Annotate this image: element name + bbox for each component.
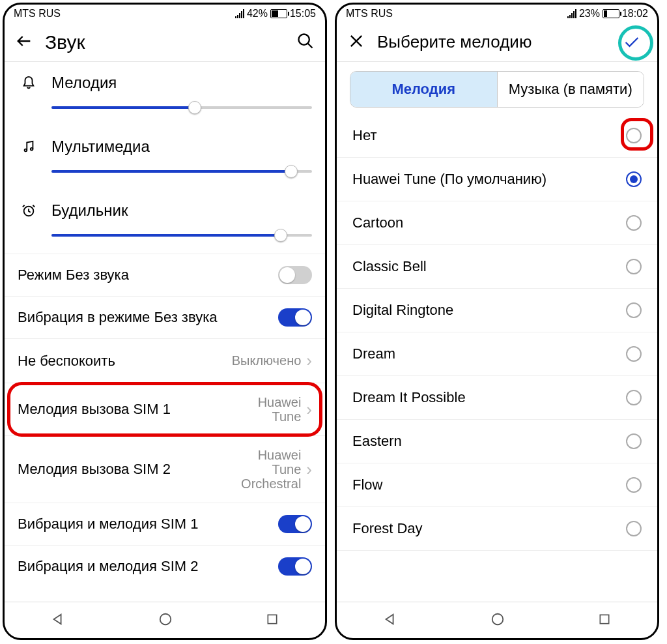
ringtone-row[interactable]: Dream It Possible bbox=[337, 376, 657, 420]
radio[interactable] bbox=[626, 521, 642, 536]
header: Звук bbox=[5, 23, 325, 62]
signal-icon bbox=[235, 9, 244, 18]
ringtone-row[interactable]: Digital Ringtone bbox=[337, 289, 657, 332]
nav-recent[interactable] bbox=[598, 613, 611, 628]
volume-label: Мелодия bbox=[51, 74, 117, 92]
row-label: Режим Без звука bbox=[18, 267, 278, 284]
row-label: Вибрация в режиме Без звука bbox=[18, 309, 278, 326]
radio[interactable] bbox=[626, 128, 642, 143]
setting-row[interactable]: Вибрация и мелодия SIM 1 bbox=[5, 503, 325, 545]
row-label: Не беспокоить bbox=[18, 353, 232, 370]
nav-back[interactable] bbox=[51, 612, 65, 629]
battery-pct: 23% bbox=[579, 8, 600, 20]
battery-icon bbox=[603, 9, 619, 18]
close-icon bbox=[347, 32, 365, 50]
svg-rect-5 bbox=[268, 615, 276, 623]
search-icon bbox=[296, 32, 315, 50]
radio[interactable] bbox=[626, 259, 642, 274]
row-label: Вибрация и мелодия SIM 2 bbox=[18, 558, 278, 575]
back-button[interactable] bbox=[15, 32, 33, 53]
signal-icon bbox=[567, 9, 576, 18]
toggle[interactable] bbox=[278, 557, 312, 576]
row-value: HuaweiTune bbox=[258, 395, 302, 424]
svg-point-4 bbox=[160, 613, 171, 624]
setting-row[interactable]: Мелодия вызова SIM 1HuaweiTune› bbox=[5, 383, 325, 435]
volume-slider[interactable] bbox=[51, 164, 312, 179]
battery-pct: 42% bbox=[247, 8, 268, 20]
ringtone-row[interactable]: Forest Day bbox=[337, 507, 657, 551]
radio[interactable] bbox=[626, 346, 642, 362]
ringtone-row[interactable]: Нет bbox=[337, 114, 657, 158]
nav-home[interactable] bbox=[158, 612, 173, 629]
ringtone-row[interactable]: Huawei Tune (По умолчанию) bbox=[337, 158, 657, 201]
setting-row[interactable]: Не беспокоитьВыключено› bbox=[5, 338, 325, 383]
ringtone-row[interactable]: Classic Bell bbox=[337, 245, 657, 289]
ringtone-name: Forest Day bbox=[352, 520, 423, 537]
toggle[interactable] bbox=[278, 515, 312, 533]
nav-bar bbox=[5, 602, 325, 638]
ringtone-name: Cartoon bbox=[352, 214, 403, 231]
svg-point-0 bbox=[299, 34, 309, 44]
volume-label: Мультимедиа bbox=[51, 138, 150, 156]
toggle[interactable] bbox=[278, 266, 312, 284]
volume-row-music: Мультимедиа bbox=[18, 126, 312, 190]
radio[interactable] bbox=[626, 477, 642, 493]
volume-slider[interactable] bbox=[51, 100, 312, 115]
setting-row[interactable]: Режим Без звука bbox=[5, 254, 325, 296]
ringtone-row[interactable]: Flow bbox=[337, 463, 657, 507]
svg-point-6 bbox=[492, 613, 504, 624]
battery-icon bbox=[270, 9, 287, 18]
content-area: МелодияМультимедиаБудильник Режим Без зв… bbox=[5, 62, 325, 602]
row-label: Вибрация и мелодия SIM 1 bbox=[18, 516, 278, 533]
ringtone-name: Huawei Tune (По умолчанию) bbox=[352, 171, 546, 188]
confirm-button[interactable] bbox=[617, 27, 647, 57]
setting-row[interactable]: Вибрация и мелодия SIM 2 bbox=[5, 545, 325, 587]
svg-rect-7 bbox=[600, 615, 608, 623]
nav-back[interactable] bbox=[383, 612, 397, 629]
ringtone-name: Digital Ringtone bbox=[352, 302, 453, 319]
toggle[interactable] bbox=[278, 308, 312, 327]
tab-music[interactable]: Музыка (в памяти) bbox=[497, 72, 644, 107]
carrier-label: MTS RUS bbox=[346, 8, 393, 20]
ringtone-name: Flow bbox=[352, 476, 382, 493]
bell-icon bbox=[18, 76, 40, 90]
content-area: Мелодия Музыка (в памяти) НетHuawei Tune… bbox=[337, 62, 657, 602]
ringtone-row[interactable]: Dream bbox=[337, 332, 657, 376]
page-title: Выберите мелодию bbox=[377, 32, 532, 52]
setting-row[interactable]: Вибрация в режиме Без звука bbox=[5, 296, 325, 338]
radio[interactable] bbox=[626, 433, 642, 449]
nav-bar bbox=[337, 602, 657, 638]
check-icon bbox=[623, 33, 641, 51]
arrow-left-icon bbox=[15, 32, 33, 50]
status-bar: MTS RUS 42% 15:05 bbox=[5, 5, 325, 23]
clock-time: 18:02 bbox=[622, 8, 648, 20]
chevron-right-icon: › bbox=[306, 400, 312, 420]
ringtone-name: Dream It Possible bbox=[352, 389, 466, 406]
volume-row-bell: Мелодия bbox=[18, 62, 312, 126]
volume-label: Будильник bbox=[51, 201, 128, 220]
nav-home[interactable] bbox=[490, 612, 505, 629]
tab-ringtone[interactable]: Мелодия bbox=[350, 72, 497, 107]
nav-recent[interactable] bbox=[266, 613, 279, 628]
chevron-right-icon: › bbox=[306, 460, 312, 480]
ringtone-row[interactable]: Cartoon bbox=[337, 201, 657, 245]
volume-row-alarm: Будильник bbox=[18, 190, 312, 254]
radio[interactable] bbox=[626, 171, 642, 187]
phone-left-sound-settings: MTS RUS 42% 15:05 Звук МелодияМультимеди… bbox=[3, 3, 327, 640]
carrier-label: MTS RUS bbox=[14, 8, 61, 20]
chevron-right-icon: › bbox=[306, 351, 312, 371]
radio[interactable] bbox=[626, 302, 642, 318]
ringtone-row[interactable]: Eastern bbox=[337, 420, 657, 463]
search-button[interactable] bbox=[296, 32, 315, 53]
alarm-icon bbox=[18, 203, 40, 218]
radio[interactable] bbox=[626, 390, 642, 405]
ringtone-name: Dream bbox=[352, 345, 395, 362]
page-title: Звук bbox=[45, 31, 85, 53]
header: Выберите мелодию bbox=[337, 23, 657, 62]
close-button[interactable] bbox=[347, 32, 365, 53]
radio[interactable] bbox=[626, 215, 642, 231]
volume-slider[interactable] bbox=[51, 227, 312, 243]
phone-right-ringtone-picker: MTS RUS 23% 18:02 Выберите мелодию Мелод… bbox=[335, 3, 659, 640]
setting-row[interactable]: Мелодия вызова SIM 2HuaweiTuneOrchestral… bbox=[5, 435, 325, 503]
tab-segmented: Мелодия Музыка (в памяти) bbox=[350, 71, 644, 108]
